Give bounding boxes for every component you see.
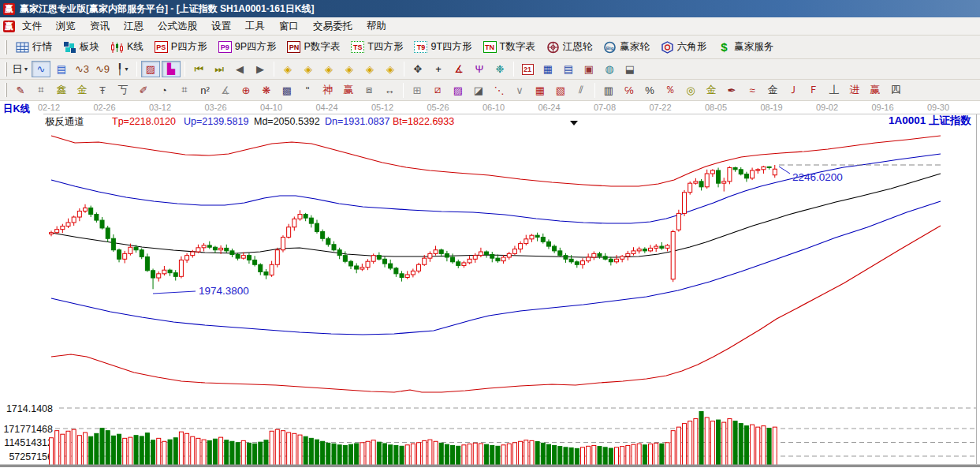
menu-item-5[interactable]: 设置 bbox=[204, 17, 238, 36]
chart-area[interactable]: 日K线02-1202-2603-1203-2604-1004-2405-1205… bbox=[0, 101, 980, 468]
menu-item-1[interactable]: 浏览 bbox=[49, 17, 83, 36]
draw-span-h[interactable]: ↔ bbox=[380, 82, 399, 99]
draw-grid-target[interactable]: ▩ bbox=[278, 82, 296, 99]
menu-item-6[interactable]: 工具 bbox=[238, 17, 272, 36]
menu-item-0[interactable]: 文件 bbox=[15, 17, 49, 36]
btn-calculator[interactable]: ▦ bbox=[538, 61, 557, 77]
btn-volume-profile[interactable]: ▙ bbox=[162, 61, 181, 77]
btn-hand-tool[interactable]: ✥ bbox=[408, 61, 427, 77]
draw-fan-lines[interactable]: ⋱ bbox=[490, 82, 509, 99]
draw-percent-frac[interactable]: ℅ bbox=[620, 82, 639, 99]
btn-9p-square[interactable]: P99P四方形 bbox=[213, 38, 282, 56]
draw-jin-diag[interactable]: 进 bbox=[845, 82, 864, 99]
draw-gold-grid-2[interactable]: 金 bbox=[73, 82, 91, 99]
draw-gold-grid-1[interactable]: 鑫 bbox=[52, 82, 71, 99]
btn-kline[interactable]: K线 bbox=[105, 38, 149, 56]
draw-wave-box[interactable]: ≈ bbox=[743, 82, 762, 99]
draw-spiral[interactable]: 丂 bbox=[114, 82, 132, 99]
draw-win-diag[interactable]: 赢 bbox=[866, 82, 885, 99]
draw-grid-red-2[interactable]: ▧ bbox=[551, 82, 570, 99]
btn-first-page[interactable]: ⏮ bbox=[189, 61, 208, 77]
btn-move-right[interactable]: ◈ bbox=[299, 61, 318, 77]
draw-grid-2[interactable]: ⌗ bbox=[175, 82, 194, 99]
draw-circle-arc[interactable]: ◔ bbox=[155, 82, 173, 99]
btn-gann-wheel[interactable]: 江恩轮 bbox=[541, 38, 598, 56]
btn-calendar-21[interactable]: 21 bbox=[518, 61, 537, 77]
draw-j-line[interactable]: Ｊ bbox=[784, 82, 803, 99]
btn-prev[interactable]: ◀ bbox=[230, 61, 249, 77]
btn-expand-h[interactable]: ◈ bbox=[319, 61, 338, 77]
btn-winner-service[interactable]: $赢家服务 bbox=[712, 38, 779, 56]
menu-item-7[interactable]: 窗口 bbox=[272, 17, 306, 36]
btn-sectors[interactable]: 板块 bbox=[58, 38, 105, 56]
draw-web-target[interactable]: ❋ bbox=[257, 82, 276, 99]
btn-last-page[interactable]: ⏭ bbox=[210, 61, 229, 77]
menu-item-4[interactable]: 公式选股 bbox=[151, 17, 204, 36]
btn-wave-3[interactable]: ∿3 bbox=[73, 61, 91, 77]
btn-quotes[interactable]: 行情 bbox=[10, 38, 58, 56]
candle-body bbox=[694, 182, 698, 183]
menu-item-3[interactable]: 江恩 bbox=[117, 17, 151, 36]
btn-wave-9[interactable]: ∿9 bbox=[93, 61, 112, 77]
draw-box-target[interactable]: ⊞ bbox=[408, 82, 427, 99]
draw-slash-lines[interactable]: ⫽ bbox=[572, 82, 591, 99]
draw-ruler-123[interactable]: ⧈ bbox=[360, 82, 378, 99]
btn-crosshair[interactable]: + bbox=[429, 61, 448, 77]
draw-gold-diag[interactable]: 金 bbox=[763, 82, 782, 99]
btn-web-sync-icon: ◍ bbox=[605, 63, 613, 75]
btn-t-square[interactable]: TST四方形 bbox=[345, 38, 408, 56]
draw-grid-red-1[interactable]: ▦ bbox=[531, 82, 550, 99]
draw-knife[interactable]: ✎ bbox=[11, 82, 30, 99]
draw-t-diag[interactable]: 丄 bbox=[825, 82, 844, 99]
btn-overlay-mode[interactable]: ∿ bbox=[32, 61, 50, 77]
btn-terminal[interactable]: ⬓ bbox=[620, 61, 639, 77]
btn-gann-map[interactable]: ▨ bbox=[141, 61, 160, 77]
btn-gann-shape[interactable]: Ψ bbox=[470, 61, 489, 77]
draw-stat-box[interactable]: ▥ bbox=[599, 82, 618, 99]
menu-item-2[interactable]: 资讯 bbox=[83, 17, 117, 36]
btn-9t-square[interactable]: T99T四方形 bbox=[408, 38, 477, 56]
draw-gold-line[interactable]: 金 bbox=[702, 82, 721, 99]
draw-brush[interactable]: ✒ bbox=[722, 82, 741, 99]
btn-expand-all[interactable]: ◈ bbox=[360, 61, 379, 77]
menu-item-8[interactable]: 交易委托 bbox=[306, 17, 360, 36]
draw-fan-red[interactable]: ⧄ bbox=[428, 82, 447, 99]
btn-p-table[interactable]: PNP数字表 bbox=[281, 38, 345, 56]
draw-win-tool[interactable]: 赢 bbox=[339, 82, 358, 99]
btn-reset-view[interactable]: ◈ bbox=[381, 61, 400, 77]
btn-move-left[interactable]: ◈ bbox=[278, 61, 297, 77]
draw-grid-time[interactable]: ⌗ bbox=[32, 82, 50, 99]
draw-fan-box[interactable]: ▨ bbox=[449, 82, 468, 99]
btn-p-square[interactable]: PSP四方形 bbox=[149, 38, 213, 56]
btn-notepad[interactable]: ▤ bbox=[559, 61, 578, 77]
btn-hexagon[interactable]: 六角形 bbox=[655, 38, 713, 56]
btn-candle-style[interactable]: ╿▼ bbox=[114, 61, 132, 77]
btn-shrink-h[interactable]: ◈ bbox=[340, 61, 359, 77]
date-tick-label: 09-30 bbox=[927, 103, 949, 112]
menu-item-9[interactable]: 帮助 bbox=[360, 17, 393, 36]
draw-percent[interactable]: % bbox=[640, 82, 659, 99]
btn-pattern-tool[interactable]: ❉ bbox=[490, 61, 509, 77]
draw-f-grid[interactable]: Ŧ bbox=[93, 82, 112, 99]
draw-f-line[interactable]: Ｆ bbox=[804, 82, 823, 99]
btn-info-panel[interactable]: ▤ bbox=[52, 61, 71, 77]
draw-angle-a[interactable]: ∡ bbox=[216, 82, 235, 99]
btn-next[interactable]: ▶ bbox=[251, 61, 270, 77]
draw-circle-target[interactable]: ⊕ bbox=[237, 82, 255, 99]
btn-t-table[interactable]: TNT数字表 bbox=[478, 38, 541, 56]
btn-save[interactable]: ▣ bbox=[579, 61, 598, 77]
btn-angle-tool[interactable]: ∡ bbox=[449, 61, 468, 77]
btn-winner-wheel[interactable]: Big赢家轮 bbox=[598, 38, 655, 56]
draw-pen-ruler[interactable]: ✐ bbox=[134, 82, 153, 99]
draw-gold-circle[interactable]: ◎ bbox=[681, 82, 700, 99]
draw-v-line[interactable]: ∨ bbox=[510, 82, 529, 99]
draw-n-square[interactable]: n² bbox=[196, 82, 214, 99]
draw-si-line[interactable]: 四 bbox=[886, 82, 905, 99]
draw-pencil-box[interactable]: ◪ bbox=[469, 82, 488, 99]
draw-percent-line[interactable]: ％ bbox=[661, 82, 680, 99]
draw-k-mark[interactable]: ʺ bbox=[298, 82, 317, 99]
btn-period-day[interactable]: 日▼ bbox=[11, 61, 30, 77]
btn-web-sync[interactable]: ◍ bbox=[600, 61, 619, 77]
kline-chart-canvas[interactable]: 日K线02-1202-2603-1203-2604-1004-2405-1205… bbox=[0, 101, 980, 468]
draw-shen-tool[interactable]: 神 bbox=[319, 82, 337, 99]
